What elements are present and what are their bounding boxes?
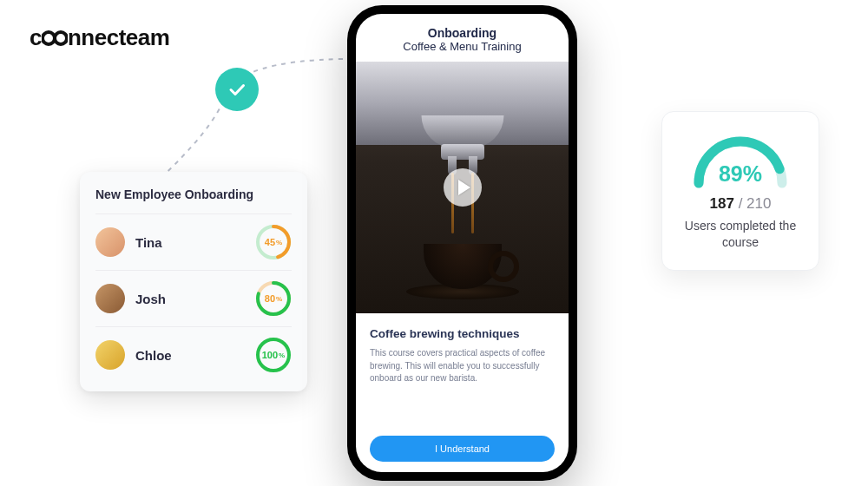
brand-name-tail: nnecteam [68, 24, 169, 50]
check-icon [227, 79, 247, 100]
phone-mockup: Onboarding Coffee & Menu Training Coffee… [347, 5, 577, 481]
svg-point-0 [43, 32, 55, 44]
course-category: Onboarding [365, 26, 560, 40]
course-body: Coffee brewing techniques This course co… [356, 313, 569, 472]
course-subtitle: Coffee & Menu Training [365, 40, 560, 53]
employee-row[interactable]: Tina 45% [95, 213, 292, 270]
completion-gauge: 89% [688, 129, 792, 190]
phone-screen: Onboarding Coffee & Menu Training Coffee… [356, 14, 569, 472]
progress-ring: 100% [255, 337, 292, 373]
avatar [95, 340, 125, 370]
avatar [95, 284, 125, 313]
employee-onboarding-card: New Employee Onboarding Tina 45% Josh 80… [80, 172, 307, 391]
employee-row[interactable]: Chloe 100% [95, 326, 292, 383]
understand-button[interactable]: I Understand [370, 436, 555, 462]
employee-row[interactable]: Josh 80% [95, 270, 292, 326]
brand-logo: cnnecteam [30, 24, 169, 51]
employee-name: Tina [135, 235, 255, 250]
course-video[interactable] [356, 62, 569, 313]
course-title: Coffee brewing techniques [370, 327, 555, 340]
checkmark-badge [215, 68, 259, 111]
course-description: This course covers practical aspects of … [370, 347, 555, 427]
course-header: Onboarding Coffee & Menu Training [356, 14, 569, 62]
progress-ring: 80% [255, 280, 292, 317]
completion-count: 187 / 210 [676, 195, 805, 213]
avatar [95, 227, 125, 257]
completion-subtitle: Users completed the course [676, 218, 805, 251]
completion-card: 89% 187 / 210 Users completed the course [661, 111, 819, 271]
svg-point-1 [55, 32, 67, 44]
employee-name: Josh [135, 292, 255, 306]
play-icon[interactable] [444, 168, 482, 207]
employee-card-title: New Employee Onboarding [95, 187, 292, 201]
progress-ring: 45% [255, 224, 292, 260]
completion-percent: 89% [688, 161, 792, 187]
employee-name: Chloe [135, 348, 255, 363]
